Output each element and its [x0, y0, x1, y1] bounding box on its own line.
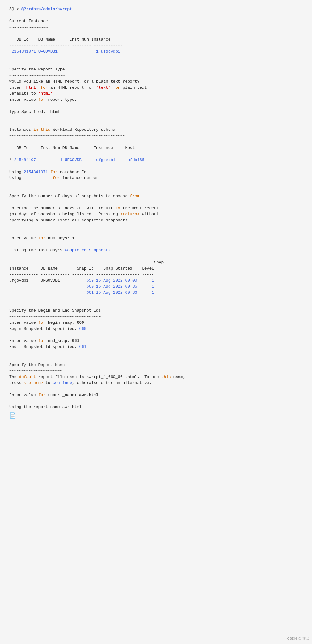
end-snap-specified: End Snapshot Id specified: 661 [9, 344, 303, 350]
table1-header: DB Id DB Name Inst Num Instance [9, 36, 303, 43]
specify-report-name-label: Specify the Report Name [9, 362, 303, 368]
snap-row-2: 660 15 Aug 2022 00:36 1 [9, 284, 303, 290]
entering-number-line: Entering the number of days (n) will res… [9, 205, 303, 211]
would-you-like: Would you like an HTML report, or a plai… [9, 79, 303, 85]
table1-separator: ------------ ------------ -------- -----… [9, 42, 303, 49]
tilde-5: ~~~~~~~~~~~~~~~~~~~~~~~~~~~~~~~~~~~~~~ [9, 314, 303, 320]
tilde-3: ~~~~~~~~~~~~~~~~~~~~~~~~~~~~~~~~~~~~~~~~… [9, 133, 303, 139]
press-return-line: press <return> to continue, otherwise en… [9, 380, 303, 386]
enter-report-name-line: Enter value for report_name: awr.html [9, 392, 303, 398]
table2-header: DB Id Inst Num DB Name Instance Host [9, 145, 303, 151]
table2-separator: ------------ --------- ------------ ----… [9, 151, 303, 157]
type-specified: Type Specified: html [9, 109, 303, 115]
enter-begin-snap-line: Enter value for begin_snap: 660 [9, 320, 303, 326]
tilde-4: ~~~~~~~~~~~~~~~~~~~~~~~~~~~~~~~~~~~~~~~~… [9, 199, 303, 205]
listing-last-day: Listing the last day's Completed Snapsho… [9, 247, 303, 254]
watermark: CSDN @ 签试 [287, 636, 309, 641]
snap-separator: ------------ ------------ --------- ----… [9, 271, 303, 278]
table2-row: * 2154841071 1 UFGOVDB1 ufgovdb1 ufdb165 [9, 157, 303, 163]
specify-report-type: Specify the Report Type [9, 66, 303, 73]
table1-row: 2154841071 UFGOVDB1 1 ufgovdb1 [9, 49, 303, 55]
specifying-line: specifying a number lists all completed … [9, 217, 303, 224]
snap-row-3: 661 15 Aug 2022 00:36 1 [9, 290, 303, 296]
defaults-to: Defaults to 'html' [9, 91, 303, 97]
default-report-name-line: The default report file name is awrrpt_1… [9, 374, 303, 380]
n-days-line: (n) days of snapshots being listed. Pres… [9, 211, 303, 217]
using-inst-num: Using 1 for instance number [9, 175, 303, 181]
snap-row-1: ufgovdb1 UFGOVDB1 659 15 Aug 2022 00:00 … [9, 278, 303, 284]
current-instance-label: Current Instance [9, 18, 303, 24]
snap-header-top: Snap [9, 259, 303, 266]
snap-header: Instance DB Name Snap Id Snap Started Le… [9, 266, 303, 272]
enter-num-days-line: Enter value for num_days: 1 [9, 235, 303, 241]
tilde-6: ~~~~~~~~~~~~~~~~~~~~~~ [9, 368, 303, 374]
enter-value-report-type: Enter value for report_type: [9, 97, 303, 103]
instances-in-this: Instances in this Workload Repository sc… [9, 127, 303, 133]
tilde-1: ~~~~~~~~~~~~~~~~ [9, 24, 303, 31]
sql-command: SQL> @?/rdbms/admin/awrrpt [9, 6, 303, 12]
terminal-output: SQL> @?/rdbms/admin/awrrpt Current Insta… [6, 3, 306, 423]
using-dbid: Using 2154841071 for database Id [9, 169, 303, 175]
specify-days-line: Specify the number of days of snapshots … [9, 193, 303, 199]
begin-snap-specified: Begin Snapshot Id specified: 660 [9, 326, 303, 332]
page-icon: 📄 [9, 412, 16, 420]
enter-end-snap-line: Enter value for end_snap: 661 [9, 338, 303, 344]
enter-html-text: Enter 'html' for an HTML report, or 'tex… [9, 85, 303, 91]
bottom-icon-area: 📄 [9, 412, 303, 420]
using-report-name-line: Using the report name awr.html [9, 404, 303, 410]
specify-snap-ids: Specify the Begin and End Snapshot Ids [9, 308, 303, 314]
tilde-2: ~~~~~~~~~~~~~~~~~~~~~~~ [9, 73, 303, 79]
